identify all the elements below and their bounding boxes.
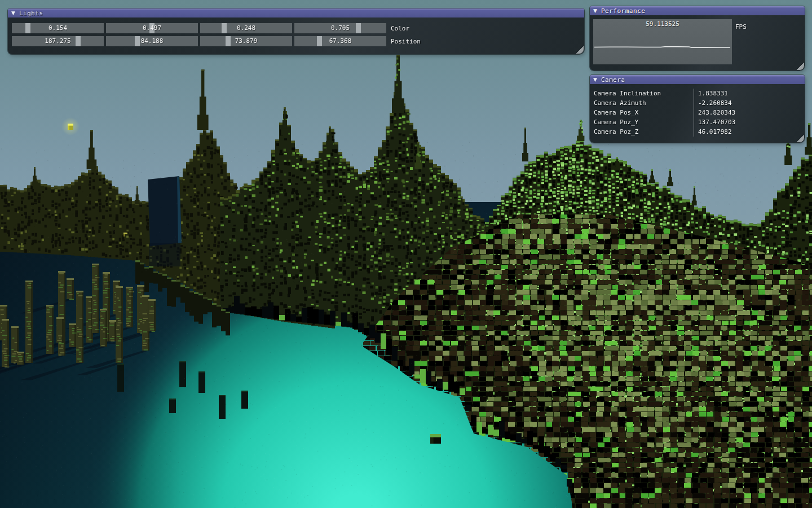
slider-position-0[interactable]: 187.275	[12, 36, 104, 46]
resize-grip-icon[interactable]	[576, 46, 584, 54]
slider-value: 67.368	[294, 36, 386, 46]
slider-color-2[interactable]: 0.248	[200, 23, 292, 33]
resize-grip-icon[interactable]	[796, 134, 804, 142]
collapse-icon[interactable]: ▼	[593, 77, 597, 82]
slider-value: 0.705	[294, 23, 386, 33]
table-row: Camera Pos_X 243.820343	[590, 108, 805, 117]
camera-pos-x-label: Camera Pos_X	[590, 109, 694, 116]
panel-title: Camera	[601, 76, 625, 84]
panel-lights-titlebar[interactable]: ▼ Lights	[8, 8, 584, 17]
fps-label: FPS	[735, 23, 747, 30]
slider-color-3[interactable]: 0.705	[294, 23, 386, 33]
position-row-label: Position	[391, 38, 421, 45]
slider-value: 0.497	[106, 23, 198, 33]
slider-value: 73.879	[200, 36, 292, 46]
panel-title: Performance	[601, 7, 645, 15]
camera-inclination-label: Camera Inclination	[590, 90, 694, 97]
camera-pos-y-label: Camera Poz_Y	[590, 119, 694, 126]
camera-azimuth-label: Camera Azimuth	[590, 99, 694, 107]
table-row: Camera Inclination 1.838331	[590, 89, 805, 98]
table-row: Camera Poz_Y 137.470703	[590, 117, 805, 127]
slider-position-3[interactable]: 67.368	[294, 36, 386, 46]
fps-value: 59.113525	[593, 20, 732, 28]
collapse-icon[interactable]: ▼	[11, 10, 15, 16]
camera-readouts: Camera Inclination 1.838331 Camera Azimu…	[590, 84, 805, 137]
panel-performance-titlebar[interactable]: ▼ Performance	[590, 6, 805, 15]
fps-line	[594, 47, 730, 48]
panel-camera: ▼ Camera Camera Inclination 1.838331 Cam…	[590, 75, 805, 143]
table-row: Camera Poz_Z 46.017982	[590, 127, 805, 137]
panel-performance: ▼ Performance 59.113525 FPS	[590, 6, 805, 71]
camera-azimuth-value: -2.260834	[694, 98, 805, 108]
panel-title: Lights	[19, 10, 43, 17]
lights-position-row: 187.275 84.188 73.879 67.368 Position	[12, 36, 584, 46]
fps-graph: 59.113525	[593, 19, 732, 64]
camera-pos-z-value: 46.017982	[694, 127, 805, 137]
slider-color-1[interactable]: 0.497	[106, 23, 198, 33]
camera-pos-z-label: Camera Poz_Z	[590, 128, 694, 135]
lights-color-row: 0.154 0.497 0.248 0.705 Color	[12, 23, 584, 33]
slider-position-2[interactable]: 73.879	[200, 36, 292, 46]
camera-pos-y-value: 137.470703	[694, 117, 805, 127]
color-row-label: Color	[391, 25, 409, 32]
resize-grip-icon[interactable]	[796, 62, 804, 70]
table-row: Camera Azimuth -2.260834	[590, 98, 805, 108]
slider-position-1[interactable]: 84.188	[106, 36, 198, 46]
slider-color-0[interactable]: 0.154	[12, 23, 104, 33]
camera-inclination-value: 1.838331	[694, 89, 805, 98]
panel-camera-titlebar[interactable]: ▼ Camera	[590, 75, 805, 84]
camera-pos-x-value: 243.820343	[694, 108, 805, 117]
slider-value: 0.248	[200, 23, 292, 33]
panel-lights: ▼ Lights 0.154 0.497 0.248 0.705 Color 1…	[8, 8, 584, 54]
slider-value: 84.188	[106, 36, 198, 46]
slider-value: 187.275	[12, 36, 104, 46]
collapse-icon[interactable]: ▼	[593, 8, 597, 14]
slider-value: 0.154	[12, 23, 104, 33]
